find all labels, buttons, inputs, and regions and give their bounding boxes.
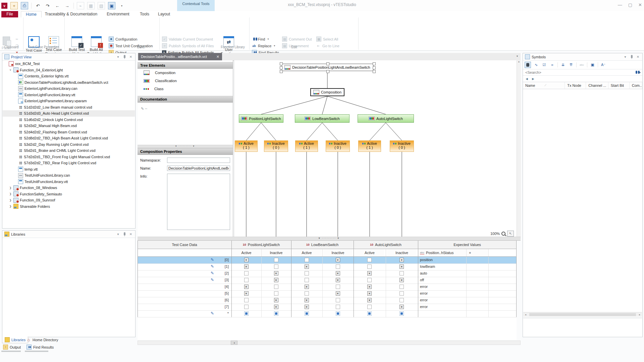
table-sub-header[interactable]: Active — [232, 249, 261, 257]
variables-icon[interactable]: ☑ — [541, 62, 547, 68]
add-column-button[interactable]: + — [466, 249, 488, 257]
tab-find-results[interactable]: Find Results — [24, 344, 56, 350]
overview-button[interactable]: ↖ — [507, 231, 514, 237]
info-field[interactable] — [167, 174, 230, 230]
selection-handle[interactable] — [280, 66, 283, 69]
checkbox-cell[interactable]: ✕ — [399, 258, 404, 262]
tree-item[interactable]: Contents_Exterior lights.vtt — [3, 73, 135, 79]
customize-toolbar-dropdown[interactable]: ▾ — [118, 2, 125, 9]
panel-menu-icon[interactable]: ▾ — [623, 55, 628, 59]
checkbox-cell[interactable] — [305, 311, 309, 316]
database-icon[interactable] — [525, 62, 531, 68]
checkbox-cell[interactable] — [274, 264, 278, 269]
checkbox-cell[interactable]: ✕ — [274, 271, 278, 276]
tab-traceability[interactable]: Traceability & Documentation — [44, 11, 98, 17]
table-sub-header[interactable]: Inactive — [262, 249, 291, 257]
build-cancel-icon[interactable]: ▧ — [98, 2, 105, 9]
expander-icon[interactable]: ❯ — [9, 199, 12, 202]
tab-environment[interactable]: Environment — [105, 11, 131, 17]
checkbox-cell[interactable] — [367, 311, 372, 316]
checkbox-cell[interactable]: ✕ — [336, 278, 340, 282]
checkbox-cell[interactable] — [367, 264, 372, 269]
checkbox-cell[interactable] — [305, 258, 309, 262]
checkbox-cell[interactable] — [367, 278, 372, 282]
checkbox-cell[interactable]: ✕ — [336, 291, 340, 296]
test-unit-configuration-button[interactable]: Test Unit Configuration — [109, 43, 153, 49]
tab-tools[interactable]: Tools — [136, 11, 153, 17]
tree-item[interactable]: TestUnitFunctionLibrary.vtt — [3, 179, 135, 185]
search-options-dropdown[interactable]: ▾ — [639, 71, 641, 74]
tree-item[interactable]: ❯FunctionSafety_Semiauto — [3, 191, 135, 197]
checkbox-cell[interactable] — [367, 258, 372, 262]
checkbox-cell[interactable] — [274, 285, 278, 289]
tab-file[interactable]: File — [1, 11, 18, 17]
canvas-table-splitter[interactable]: ▾ ········· ▾ — [138, 237, 521, 241]
classification-node[interactable]: AutoLightSwitch — [358, 114, 414, 123]
tab-home-directory[interactable]: ⌂ Home Directory — [24, 337, 60, 343]
checkbox-cell[interactable] — [336, 285, 340, 289]
zoom-control[interactable]: 100% ↖ — [490, 231, 514, 237]
pin-icon[interactable] — [122, 232, 127, 236]
checkbox-cell[interactable] — [336, 298, 340, 302]
panel-menu-icon[interactable]: ▾ — [116, 232, 120, 236]
table-sub-header[interactable]: Active — [355, 249, 384, 257]
checkbox-cell[interactable]: ✕ — [305, 298, 309, 302]
navigate-back-icon[interactable]: ← — [54, 2, 61, 9]
publish-folder-icon[interactable]: ▣ — [108, 2, 115, 9]
documentation-content[interactable]: ✎ ┄ — [138, 103, 233, 145]
checkbox-cell[interactable] — [274, 258, 278, 262]
selection-handle[interactable] — [326, 62, 329, 65]
checkbox-cell[interactable] — [399, 311, 404, 316]
table-row[interactable]: ✎[1]✕✕✕lowBeam — [138, 263, 517, 270]
table-row[interactable]: [7]✕✕✕error — [138, 304, 517, 310]
checkbox-cell[interactable] — [399, 271, 404, 276]
new-document-icon[interactable]: + — [10, 2, 18, 9]
signal-wave-icon[interactable]: ∿ — [533, 62, 539, 68]
expected-value[interactable]: lowBeam — [420, 264, 435, 268]
classification-node[interactable]: PositionLightSwitch — [239, 114, 283, 123]
table-row[interactable]: [5]✕✕✕error — [138, 290, 517, 297]
comment-out-button[interactable]: ▤Comment Out — [282, 36, 312, 42]
checkbox-cell[interactable] — [305, 278, 309, 282]
tab-output[interactable]: ! Output — [1, 344, 23, 350]
checkbox-cell[interactable] — [274, 311, 278, 316]
checkbox-cell[interactable]: ✕ — [399, 305, 404, 309]
find-button[interactable]: Find▾ — [252, 36, 269, 42]
nav-forward-icon[interactable]: ► — [531, 77, 535, 81]
redo-icon[interactable]: ↷ — [44, 2, 51, 9]
table-row[interactable]: [6]✕✕✕error — [138, 297, 517, 304]
checkbox-cell[interactable] — [244, 271, 249, 276]
class-node[interactable]: Inactive( 0 ) — [264, 140, 288, 152]
close-icon[interactable]: ✕ — [636, 55, 640, 59]
tool-class[interactable]: Class — [138, 85, 233, 93]
tree-item[interactable]: ∨Function_04_ExteriorLight — [3, 67, 135, 73]
maximize-button[interactable]: ▢ — [628, 2, 632, 7]
checkbox-cell[interactable]: ✕ — [367, 291, 372, 296]
symbols-column-1[interactable]: Name ⟋ — [523, 82, 565, 89]
class-node[interactable]: Inactive( 0 ) — [326, 140, 350, 152]
selection-handle[interactable] — [373, 70, 376, 73]
panel-splitter[interactable]: ▾ ········· ▾ — [138, 145, 233, 148]
font-size-icon[interactable]: A⁻ — [600, 62, 606, 68]
compile-icon[interactable]: ⌁ — [77, 2, 84, 9]
table-sub-header[interactable]: Inactive — [387, 249, 417, 257]
expected-value[interactable]: off — [420, 278, 424, 282]
tree-item[interactable]: temp.vtt — [3, 166, 135, 173]
tree-item[interactable]: ExteriorLightFunctionLibrary.vtt — [3, 92, 135, 98]
tree-item[interactable]: xxx_BCM_Test — [3, 61, 135, 67]
canvas-vertical-scrollbar[interactable]: ▲ — [517, 60, 521, 239]
pin-icon[interactable] — [122, 55, 127, 59]
checkbox-cell[interactable]: ✕ — [274, 305, 278, 309]
tree-item[interactable]: ❯Shareable Folders — [3, 203, 135, 210]
tree-item[interactable]: ‡‡S2d4d2d2_Flashing Beam Control.vsd — [3, 129, 135, 135]
checkbox-cell[interactable]: ✕ — [305, 305, 309, 309]
expected-column-header[interactable]: abcPosition..hStatus — [418, 249, 466, 257]
expected-value[interactable]: position — [420, 258, 433, 262]
checkbox-cell[interactable]: ✕ — [367, 285, 372, 289]
selection-handle[interactable] — [280, 70, 283, 73]
replace-button[interactable]: abReplace▾ — [252, 43, 275, 49]
text-filter-icon[interactable]: abc — [579, 62, 585, 68]
close-icon[interactable]: ✕ — [128, 55, 133, 59]
checkbox-cell[interactable]: ✕ — [399, 278, 404, 282]
publish-symbols-button[interactable]: ⌯Publish Symbols of All Files — [162, 43, 214, 49]
